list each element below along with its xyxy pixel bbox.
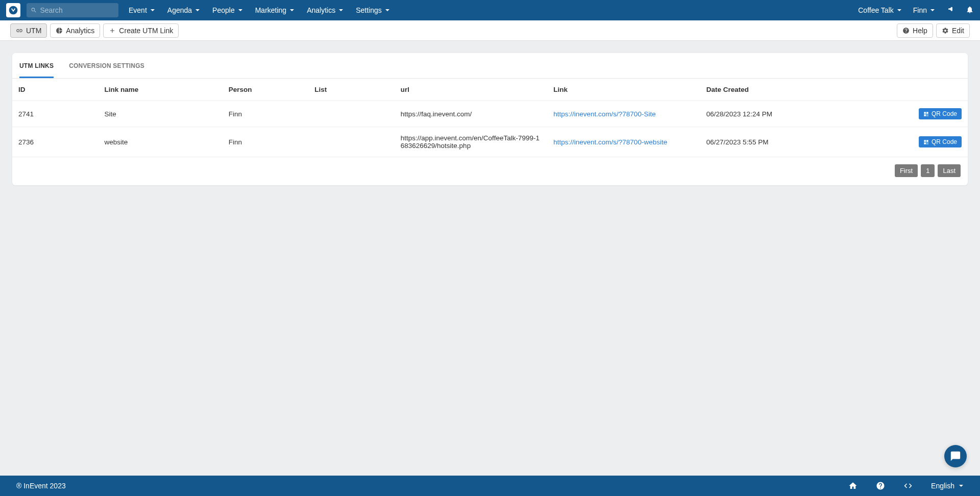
nav-agenda[interactable]: Agenda: [167, 6, 200, 14]
language-selector[interactable]: English: [931, 482, 964, 490]
cell-link-name: website: [98, 127, 222, 157]
tab-utm-links[interactable]: UTM LINKS: [19, 62, 54, 78]
search-input[interactable]: [40, 6, 114, 14]
cell-person: Finn: [223, 101, 308, 127]
chevron-down-icon: [897, 8, 902, 13]
link-icon: [16, 27, 23, 34]
th-url: url: [395, 79, 548, 101]
language-label: English: [931, 482, 954, 490]
nav-agenda-label: Agenda: [167, 6, 192, 14]
utm-table: ID Link name Person List url Link Date C…: [12, 79, 968, 157]
chevron-down-icon: [959, 483, 964, 488]
page-last[interactable]: Last: [938, 164, 961, 177]
code-icon[interactable]: [903, 481, 913, 490]
nav-event-selector[interactable]: Coffee Talk: [858, 6, 902, 14]
gear-icon: [942, 27, 949, 34]
nav-analytics-label: Analytics: [307, 6, 335, 14]
analytics-button[interactable]: Analytics: [50, 23, 100, 38]
chevron-down-icon: [150, 8, 155, 13]
nav-right: Coffee Talk Finn: [858, 6, 974, 15]
footer-copyright: ® InEvent 2023: [16, 482, 66, 490]
top-nav: Event Agenda People Marketing Analytics …: [0, 0, 980, 20]
help-label: Help: [913, 27, 927, 35]
cell-person: Finn: [223, 127, 308, 157]
pagination: First 1 Last: [12, 157, 968, 177]
bullhorn-icon[interactable]: [946, 6, 954, 15]
create-utm-button[interactable]: Create UTM Link: [103, 23, 179, 38]
edit-label: Edit: [952, 27, 964, 35]
help-button[interactable]: Help: [897, 23, 933, 38]
th-list: List: [308, 79, 394, 101]
th-id: ID: [12, 79, 98, 101]
qr-icon: [923, 111, 929, 117]
cell-url: https://faq.inevent.com/: [395, 101, 548, 127]
home-icon[interactable]: [848, 481, 857, 490]
cell-id: 2741: [12, 101, 98, 127]
qr-label: QR Code: [932, 138, 957, 145]
nav-event-label: Event: [129, 6, 147, 14]
chevron-down-icon: [385, 8, 390, 13]
nav-settings-label: Settings: [356, 6, 382, 14]
th-date: Date Created: [700, 79, 853, 101]
table-row[interactable]: 2736 website Finn https://app.inevent.co…: [12, 127, 968, 157]
table-row[interactable]: 2741 Site Finn https://faq.inevent.com/ …: [12, 101, 968, 127]
chevron-down-icon: [195, 8, 200, 13]
content-card: UTM LINKS CONVERSION SETTINGS ID Link na…: [12, 53, 968, 185]
cell-id: 2736: [12, 127, 98, 157]
tab-conversion-settings[interactable]: CONVERSION SETTINGS: [69, 62, 144, 78]
svg-point-0: [9, 6, 18, 15]
plus-icon: [109, 27, 116, 34]
cell-link[interactable]: https://inevent.com/s/?78700-Site: [553, 110, 655, 118]
nav-analytics[interactable]: Analytics: [307, 6, 344, 14]
help-icon: [902, 27, 910, 34]
edit-button[interactable]: Edit: [936, 23, 970, 38]
chevron-down-icon: [930, 8, 935, 13]
cell-date: 06/27/2023 5:55 PM: [700, 127, 853, 157]
footer: ® InEvent 2023 English: [0, 476, 980, 496]
cell-link[interactable]: https://inevent.com/s/?78700-website: [553, 138, 667, 146]
nav-settings[interactable]: Settings: [356, 6, 390, 14]
logo[interactable]: [6, 3, 20, 17]
nav-people[interactable]: People: [212, 6, 243, 14]
page-1[interactable]: 1: [921, 164, 935, 177]
cell-url: https://app.inevent.com/en/CoffeeTalk-79…: [395, 127, 548, 157]
nav-event[interactable]: Event: [129, 6, 155, 14]
nav-marketing[interactable]: Marketing: [255, 6, 295, 14]
event-name-label: Coffee Talk: [858, 6, 894, 14]
cell-link-name: Site: [98, 101, 222, 127]
main-menu: Event Agenda People Marketing Analytics …: [129, 6, 390, 14]
analytics-label: Analytics: [66, 27, 94, 35]
toolbar: UTM Analytics Create UTM Link Help Edit: [0, 20, 980, 41]
qr-code-button[interactable]: QR Code: [919, 136, 962, 147]
cell-list: [308, 127, 394, 157]
chevron-down-icon: [338, 8, 344, 13]
nav-people-label: People: [212, 6, 235, 14]
utm-label: UTM: [26, 27, 41, 35]
cell-list: [308, 101, 394, 127]
nav-marketing-label: Marketing: [255, 6, 286, 14]
search-icon: [31, 7, 37, 14]
chevron-down-icon: [238, 8, 243, 13]
page-first[interactable]: First: [895, 164, 918, 177]
bell-icon[interactable]: [966, 6, 974, 15]
th-link-name: Link name: [98, 79, 222, 101]
search-box[interactable]: [27, 3, 118, 17]
th-link: Link: [547, 79, 700, 101]
tabs: UTM LINKS CONVERSION SETTINGS: [12, 53, 968, 79]
nav-user-menu[interactable]: Finn: [913, 6, 935, 14]
user-name-label: Finn: [913, 6, 927, 14]
chat-button[interactable]: [944, 445, 967, 467]
chat-icon: [950, 451, 961, 462]
utm-button[interactable]: UTM: [10, 23, 47, 38]
pie-chart-icon: [56, 27, 63, 34]
cell-date: 06/28/2023 12:24 PM: [700, 101, 853, 127]
create-utm-label: Create UTM Link: [119, 27, 173, 35]
question-icon[interactable]: [876, 481, 885, 490]
qr-code-button[interactable]: QR Code: [919, 108, 962, 119]
chevron-down-icon: [289, 8, 295, 13]
th-person: Person: [223, 79, 308, 101]
qr-icon: [923, 139, 929, 145]
qr-label: QR Code: [932, 110, 957, 117]
th-qr: [853, 79, 968, 101]
